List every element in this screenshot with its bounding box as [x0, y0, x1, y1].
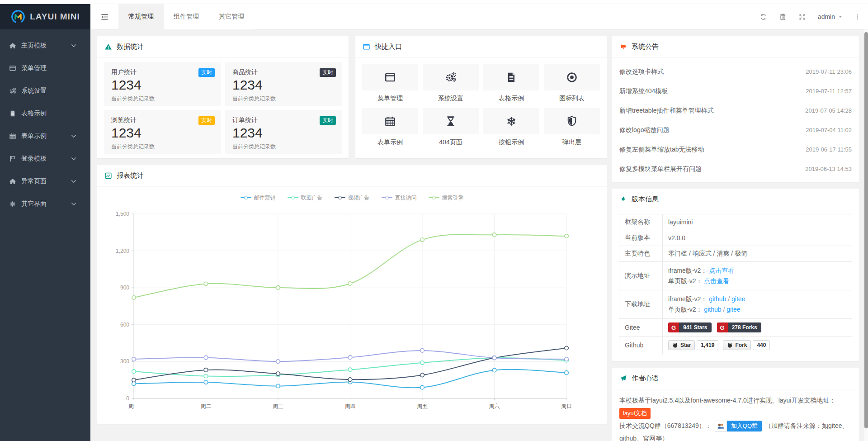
stat-value: 1234	[232, 77, 335, 93]
sidebar-item-1[interactable]: 菜单管理	[0, 57, 90, 80]
quick-entry-item-0[interactable]: 菜单管理	[362, 64, 418, 103]
x-axis-tick-label: 周二	[201, 403, 212, 409]
cogs-icon	[9, 87, 16, 95]
report-card-title: 报表统计	[117, 171, 144, 180]
sidebar-item-label: 菜单管理	[21, 64, 47, 72]
version-link[interactable]: github	[709, 295, 726, 303]
sidebar-item-3[interactable]: 表格示例	[0, 102, 90, 125]
github-widget-0[interactable]: Star1,419	[668, 340, 718, 350]
notice-date: 2019-07-05 14:28	[805, 107, 852, 114]
legend-item-4[interactable]: 搜索引擎	[429, 194, 464, 202]
github-widget-1[interactable]: Fork440	[723, 340, 770, 350]
x-axis-tick-label: 周日	[561, 403, 572, 409]
legend-label: 直接访问	[395, 194, 417, 202]
github-button-label: Star	[680, 342, 691, 348]
github-count[interactable]: 1,419	[697, 340, 718, 350]
report-card-header: 报表统计	[97, 165, 607, 187]
stats-card-title: 数据统计	[117, 43, 144, 51]
version-row-4: 下载地址iframe版-v2： github / gitee单页版-v2： gi…	[619, 290, 852, 319]
tab-item-0[interactable]: 常规管理	[118, 4, 164, 29]
stat-value: 1234	[232, 125, 335, 141]
stat-box-2: 浏览统计1234当前分类总记录数实时	[104, 110, 221, 154]
github-button[interactable]: Star	[668, 340, 695, 350]
legend-marker	[382, 197, 392, 198]
github-count[interactable]: 440	[753, 340, 770, 350]
gitee-badge-0[interactable]: G941 Stars	[668, 322, 712, 332]
legend-item-0[interactable]: 邮件营销	[241, 194, 276, 202]
app-root: LAYUI MINI 常规管理组件管理其它管理 admin 主页模板菜单管理系统…	[0, 4, 868, 441]
version-card-header: 版本信息	[612, 189, 859, 210]
quick-entry-label: 弹出层	[544, 138, 600, 147]
sidebar-item-label: 系统设置	[21, 87, 47, 95]
gitee-badge-text: 278 Forks	[728, 322, 761, 332]
quick-entry-item-7[interactable]: 弹出层	[544, 108, 600, 147]
megaphone-icon	[619, 43, 627, 51]
report-card: 报表统计 邮件营销联盟广告视频广告直接访问搜索引擎 03006009001,20…	[97, 165, 607, 424]
scrollbar-track[interactable]	[864, 29, 868, 441]
username: admin	[818, 13, 835, 20]
join-qq-group-button[interactable]: 加入QQ群	[715, 421, 762, 432]
window-icon	[9, 65, 16, 72]
sidebar-item-6[interactable]: 异常页面	[0, 170, 90, 193]
calendar-icon	[384, 115, 396, 127]
layui-docs-badge[interactable]: layui文档	[619, 408, 651, 419]
stat-box-1: 商品统计1234当前分类总记录数实时	[225, 62, 342, 106]
github-button[interactable]: Fork	[723, 340, 751, 350]
sidebar-item-7[interactable]: 其它界面	[0, 193, 90, 215]
version-link[interactable]: gitee	[731, 295, 745, 303]
home-icon	[9, 178, 16, 185]
legend-marker	[429, 197, 439, 198]
quick-entry-item-6[interactable]: 按钮示例	[483, 108, 539, 147]
legend-item-3[interactable]: 直接访问	[382, 194, 417, 202]
version-link[interactable]: github	[704, 306, 721, 313]
sidebar-item-5[interactable]: 登录模板	[0, 147, 90, 170]
version-link[interactable]: gitee	[726, 306, 740, 313]
legend-label: 视频广告	[348, 194, 370, 202]
report-chart: 03006009001,2001,500周一周二周三周四周五周六周日	[104, 205, 597, 421]
quick-entry-box	[544, 108, 600, 134]
version-row-5: GiteeG941 StarsG278 Forks	[619, 319, 852, 337]
scrollbar-thumb[interactable]	[864, 32, 868, 428]
more-menu-icon[interactable]	[854, 13, 861, 21]
snowflake-icon	[9, 200, 16, 208]
stat-box-3: 订单统计1234当前分类总记录数实时	[225, 110, 342, 154]
sidebar-item-4[interactable]: 表单示例	[0, 125, 90, 147]
legend-item-1[interactable]: 联盟广告	[288, 194, 323, 202]
notice-card: 系统公告 修改选项卡样式2019-07-11 23:06新增系统404模板201…	[612, 36, 859, 182]
version-row-label: Gitee	[619, 319, 663, 337]
quick-entry-item-5[interactable]: 404页面	[423, 108, 479, 147]
gitee-badge-text: 941 Stars	[679, 322, 711, 332]
notice-text: 修复多模块菜单栏展开有问题	[619, 165, 801, 173]
sidebar-item-0[interactable]: 主页模板	[0, 34, 90, 57]
gitee-badge-1[interactable]: G278 Forks	[717, 322, 761, 332]
version-row-label: 当前版本	[619, 230, 663, 246]
sidebar-toggle-button[interactable]	[90, 4, 118, 29]
main-content: 数据统计 用户统计1234当前分类总记录数实时商品统计1234当前分类总记录数实…	[90, 29, 868, 441]
sidebar-item-2[interactable]: 系统设置	[0, 80, 90, 102]
version-link[interactable]: 点击查看	[704, 277, 729, 285]
legend-label: 搜索引擎	[442, 194, 464, 202]
octocat-icon	[672, 342, 678, 348]
version-link[interactable]: 点击查看	[709, 267, 734, 274]
qq-people-icon	[717, 422, 725, 430]
qq-button-label: 加入QQ群	[727, 421, 762, 432]
quick-entry-item-1[interactable]: 系统设置	[423, 64, 479, 103]
refresh-icon[interactable]	[760, 13, 767, 21]
version-link-line: iframe版-v2： github / gitee	[668, 294, 846, 304]
calendar-icon	[9, 133, 16, 140]
x-axis-tick-label: 周三	[273, 403, 283, 409]
user-menu[interactable]: admin	[818, 13, 843, 20]
legend-marker-dot	[385, 196, 389, 199]
version-row-label: 框架名称	[619, 214, 663, 230]
fullscreen-icon[interactable]	[798, 13, 806, 21]
tab-item-2[interactable]: 其它管理	[209, 4, 254, 29]
quick-entry-label: 404页面	[423, 138, 479, 147]
clear-cache-trash-icon[interactable]	[779, 13, 787, 21]
quick-entry-item-3[interactable]: 图标列表	[544, 64, 600, 103]
version-row-label: 演示地址	[619, 262, 663, 290]
status-badge: 实时	[198, 116, 215, 125]
quick-entry-item-4[interactable]: 表单示例	[362, 108, 418, 147]
legend-item-2[interactable]: 视频广告	[335, 194, 370, 202]
quick-entry-item-2[interactable]: 表格示例	[483, 64, 539, 103]
tab-item-1[interactable]: 组件管理	[164, 4, 209, 29]
